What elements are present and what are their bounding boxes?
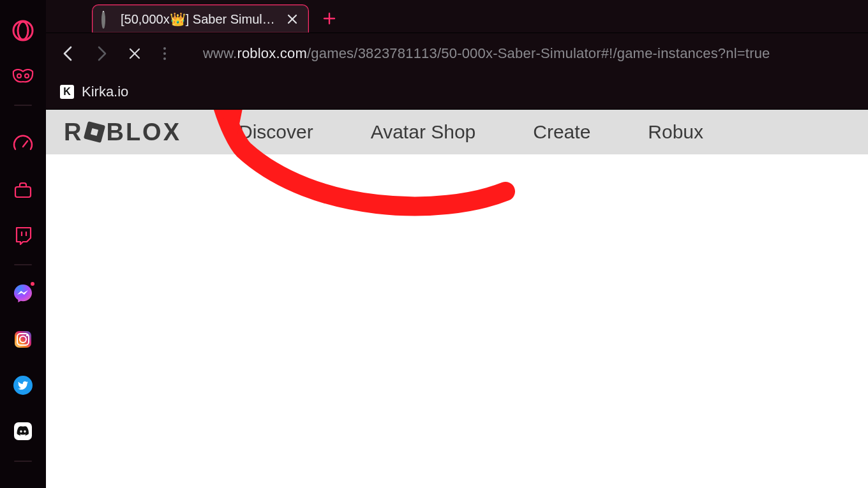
tab-loading-icon (101, 13, 114, 26)
roblox-nav-create[interactable]: Create (533, 121, 590, 143)
plus-icon (323, 12, 336, 25)
svg-point-22 (163, 57, 166, 60)
new-tab-button[interactable] (318, 7, 341, 30)
opera-logo-button[interactable] (9, 17, 37, 45)
crown-icon: 👑 (170, 12, 186, 26)
instagram-button[interactable] (9, 325, 37, 353)
opera-sidebar (0, 0, 46, 488)
roblox-nav-discover[interactable]: Discover (239, 121, 313, 143)
discord-button[interactable] (9, 417, 37, 445)
tab-title: [50,000x👑] Saber Simulator (121, 11, 279, 27)
chevron-left-icon (61, 45, 75, 62)
svg-point-3 (25, 74, 29, 78)
tab-strip-spacer (51, 4, 87, 33)
tab-close-button[interactable] (285, 12, 299, 26)
main-column: [50,000x👑] Saber Simulator (46, 0, 868, 488)
nav-menu-button[interactable] (157, 43, 172, 64)
svg-point-1 (18, 22, 28, 40)
briefcase-icon (13, 181, 33, 199)
opera-logo-icon (11, 19, 34, 42)
roblox-logo-text: R (64, 119, 83, 146)
address-bar[interactable]: www.roblox.com/games/3823781113/50-000x-… (184, 45, 857, 62)
sidebar-separator (14, 105, 32, 106)
tab-strip: [50,000x👑] Saber Simulator (46, 0, 868, 33)
messenger-button[interactable] (9, 279, 37, 307)
twitch-icon (14, 226, 32, 246)
app-root: [50,000x👑] Saber Simulator (0, 0, 868, 488)
instagram-icon (13, 329, 33, 350)
roblox-nav-avatar-shop[interactable]: Avatar Shop (371, 121, 476, 143)
notification-dot-icon (29, 281, 36, 287)
address-subdomain: www. (203, 45, 237, 61)
nav-back-button[interactable] (57, 43, 79, 64)
svg-point-0 (13, 21, 33, 40)
svg-point-11 (26, 334, 28, 336)
roblox-logo[interactable]: RBLOX (64, 119, 181, 146)
chevron-right-icon (94, 45, 108, 62)
nav-toolbar: www.roblox.com/games/3823781113/50-000x-… (46, 33, 868, 74)
gx-mask-icon (12, 69, 34, 84)
twitch-button[interactable] (9, 222, 37, 250)
svg-point-20 (163, 47, 166, 50)
close-icon (128, 47, 141, 60)
close-icon (287, 14, 297, 24)
tab-active[interactable]: [50,000x👑] Saber Simulator (92, 4, 309, 33)
gx-mask-button[interactable] (9, 63, 37, 91)
svg-point-2 (17, 74, 21, 78)
gx-corner-button[interactable] (9, 130, 37, 158)
nav-stop-button[interactable] (124, 43, 146, 64)
bookmarks-bar: K Kirka.io (46, 74, 868, 110)
svg-line-4 (23, 141, 27, 147)
kebab-icon (163, 47, 167, 61)
address-host: roblox.com (237, 45, 307, 61)
sidebar-separator (14, 461, 32, 462)
svg-rect-5 (15, 187, 31, 197)
twitter-icon (13, 375, 33, 396)
roblox-logo-square-icon (84, 121, 105, 143)
twitter-button[interactable] (9, 371, 37, 399)
svg-point-21 (163, 52, 166, 55)
roblox-nav-robux[interactable]: Robux (648, 121, 703, 143)
roblox-top-nav: RBLOX Discover Avatar Shop Create Robux (46, 110, 868, 154)
address-path: /games/3823781113/50-000x-Saber-Simulato… (307, 45, 770, 61)
roblox-logo-text: BLOX (106, 119, 181, 146)
speedometer-icon (13, 134, 33, 154)
bookmark-favicon: K (60, 85, 74, 99)
discord-icon (13, 421, 33, 441)
sidebar-separator (14, 264, 32, 265)
nav-forward-button[interactable] (91, 43, 112, 64)
workspaces-button[interactable] (9, 176, 37, 204)
bookmark-kirka[interactable]: K Kirka.io (60, 84, 128, 100)
bookmark-label: Kirka.io (82, 84, 128, 100)
page-content: RBLOX Discover Avatar Shop Create Robux (46, 110, 868, 488)
